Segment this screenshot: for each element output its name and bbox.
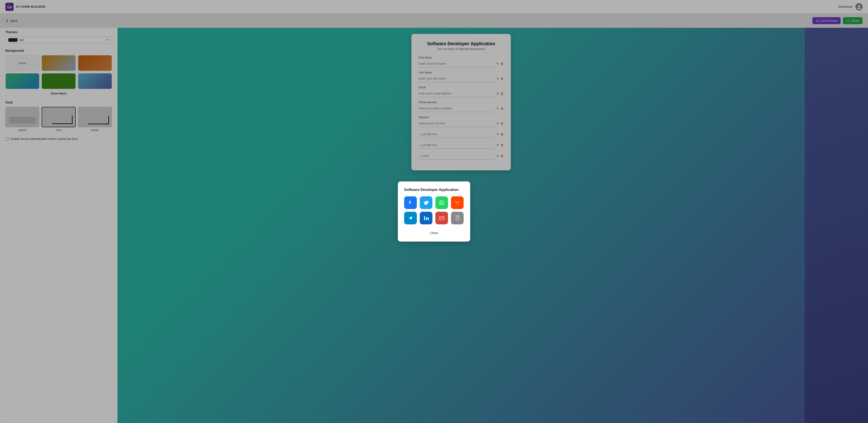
svg-point-11 [456, 203, 457, 203]
share-copy-button[interactable] [451, 212, 464, 224]
email-icon [438, 215, 445, 221]
linkedin-icon [423, 215, 429, 221]
share-email-button[interactable] [435, 212, 448, 224]
share-close-button[interactable]: Close [404, 229, 464, 237]
share-facebook-button[interactable] [404, 196, 417, 209]
share-modal: Software Developer Application [398, 182, 470, 241]
share-whatsapp-button[interactable] [435, 196, 448, 209]
svg-point-16 [455, 201, 456, 202]
share-reddit-button[interactable] [451, 196, 464, 209]
reddit-icon [454, 199, 460, 206]
svg-rect-20 [456, 217, 459, 220]
facebook-icon [407, 199, 414, 206]
twitter-icon [423, 199, 429, 206]
share-icons-grid [404, 196, 464, 224]
share-linkedin-button[interactable] [420, 212, 432, 224]
share-modal-overlay[interactable]: Software Developer Application [0, 0, 868, 423]
svg-point-10 [455, 200, 460, 205]
telegram-icon [407, 215, 414, 221]
svg-point-15 [459, 201, 460, 202]
share-telegram-button[interactable] [404, 212, 417, 224]
svg-point-12 [458, 203, 459, 203]
share-modal-title: Software Developer Application [404, 188, 464, 192]
svg-point-18 [424, 216, 425, 217]
copy-icon [454, 215, 460, 221]
svg-rect-17 [424, 217, 425, 220]
share-twitter-button[interactable] [420, 196, 432, 209]
whatsapp-icon [438, 199, 445, 206]
